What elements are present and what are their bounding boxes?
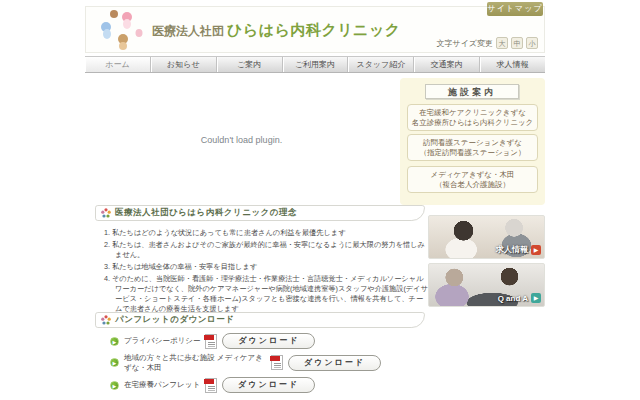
philosophy-item: 3. 私たちは地域全体の幸福・安寧を目指します (104, 262, 430, 272)
nav-item-access[interactable]: 交通案内 (414, 57, 480, 72)
org-name: 医療法人社団 (152, 24, 224, 38)
facility-link-kizuna-clinic[interactable]: 在宅緩和ケアクリニックきずな 名立診療所ひらはら内科クリニック (407, 104, 538, 131)
green-arrow-bullet-icon: ▶ (110, 337, 119, 346)
qanda-banner-label: Q and A (498, 294, 528, 303)
facility-link-line: （指定訪問看護ステーション） (420, 148, 526, 157)
downloads-section-header: パンフレットのダウンロード (95, 312, 425, 328)
flower-icon (101, 208, 111, 218)
sitemap-button[interactable]: サイトマップ (487, 2, 543, 16)
download-button-privacy[interactable]: ダウンロード (222, 333, 315, 349)
philosophy-section-header: 医療法人社団ひらはら内科クリニックの理念 (95, 205, 425, 221)
download-button-home-care[interactable]: ダウンロード (222, 377, 315, 393)
font-size-small-button[interactable]: 小 (526, 37, 538, 49)
nav-item-usage[interactable]: ご利用案内 (283, 57, 349, 72)
philosophy-item: 4. そのために、当院医師・看護師・理学療法士・作業療法士・言語聴覚士・メディカ… (104, 274, 430, 314)
facility-link-line: 名立診療所ひらはら内科クリニック (412, 118, 534, 127)
green-arrow-bullet-icon: ▶ (110, 358, 119, 367)
play-arrow-icon: ▶ (531, 245, 541, 255)
download-row-privacy: ▶ プライバシーポリシー ダウンロード (110, 333, 315, 349)
page: 医療法人社団ひらはら内科クリニック 文字サイズ変更 大 中 小 サイトマップ ホ… (0, 0, 640, 400)
nav-item-staff[interactable]: スタッフ紹介 (348, 57, 414, 72)
nav-item-news[interactable]: お知らせ (151, 57, 217, 72)
facility-link-line: 在宅緩和ケアクリニックきずな (419, 108, 526, 117)
font-size-changer: 文字サイズ変更 大 中 小 (436, 37, 538, 49)
pdf-file-icon (271, 355, 283, 370)
facility-panel: 施設案内 在宅緩和ケアクリニックきずな 名立診療所ひらはら内科クリニック 訪問看… (400, 78, 545, 205)
plugin-error-text: Couldn't load plugin. (201, 135, 282, 145)
download-row-medicare-kida: ▶ 地域の方々と共に歩む施設 メディケアきずな・木田 ダウンロード (110, 353, 381, 372)
play-arrow-icon: ▶ (531, 293, 541, 303)
qanda-banner[interactable]: Q and A ▶ (428, 263, 545, 307)
nav-item-home[interactable]: ホーム (85, 57, 151, 72)
facility-link-line: （複合老人介護施設） (435, 180, 510, 189)
facility-link-medicare-kida[interactable]: メディケアきずな・木田 （複合老人介護施設） (407, 166, 538, 193)
font-size-large-button[interactable]: 大 (496, 37, 508, 49)
download-row-home-care: ▶ 在宅療養パンフレット ダウンロード (110, 377, 315, 393)
clinic-logo-icon (94, 9, 152, 51)
facility-link-line: 訪問看護ステーションきずな (423, 138, 522, 147)
downloads-section-title: パンフレットのダウンロード (115, 314, 234, 326)
facility-link-nursing-station[interactable]: 訪問看護ステーションきずな （指定訪問看護ステーション） (407, 134, 538, 161)
download-label: 地域の方々と共に歩む施設 メディケアきずな・木田 (124, 353, 266, 372)
pdf-file-icon (205, 334, 217, 349)
font-size-label: 文字サイズ変更 (436, 38, 493, 49)
nav-item-recruit[interactable]: 求人情報 (480, 57, 545, 72)
nav-item-guide[interactable]: ご案内 (217, 57, 283, 72)
green-arrow-bullet-icon: ▶ (110, 381, 119, 390)
download-label: プライバシーポリシー (124, 336, 200, 346)
download-label: 在宅療養パンフレット (124, 380, 200, 390)
main-nav: ホーム お知らせ ご案内 ご利用案内 スタッフ紹介 交通案内 求人情報 (85, 56, 545, 73)
recruit-banner[interactable]: 求人情報 ▶ (428, 215, 545, 259)
flash-plugin-area: Couldn't load plugin. (85, 74, 398, 205)
philosophy-item: 2. 私たちは、患者さんおよびそのご家族が最終的に幸福・安寧になるように最大限の… (104, 240, 430, 260)
philosophy-section-title: 医療法人社団ひらはら内科クリニックの理念 (115, 207, 297, 219)
clinic-name: ひらはら内科クリニック (227, 21, 401, 38)
download-button-medicare-kida[interactable]: ダウンロード (288, 355, 381, 371)
flower-icon (101, 315, 111, 325)
recruit-banner-label: 求人情報 (496, 244, 528, 255)
page-title: 医療法人社団ひらはら内科クリニック (152, 21, 401, 40)
font-size-medium-button[interactable]: 中 (511, 37, 523, 49)
site-header: 医療法人社団ひらはら内科クリニック 文字サイズ変更 大 中 小 (85, 6, 545, 53)
pdf-file-icon (205, 378, 217, 393)
facility-link-line: メディケアきずな・木田 (431, 170, 515, 179)
philosophy-item: 1. 私たちはどのような状況にあっても常に患者さんの利益を最優先します (104, 228, 430, 238)
facility-panel-title[interactable]: 施設案内 (425, 84, 519, 99)
philosophy-list: 1. 私たちはどのような状況にあっても常に患者さんの利益を最優先します 2. 私… (104, 228, 430, 316)
